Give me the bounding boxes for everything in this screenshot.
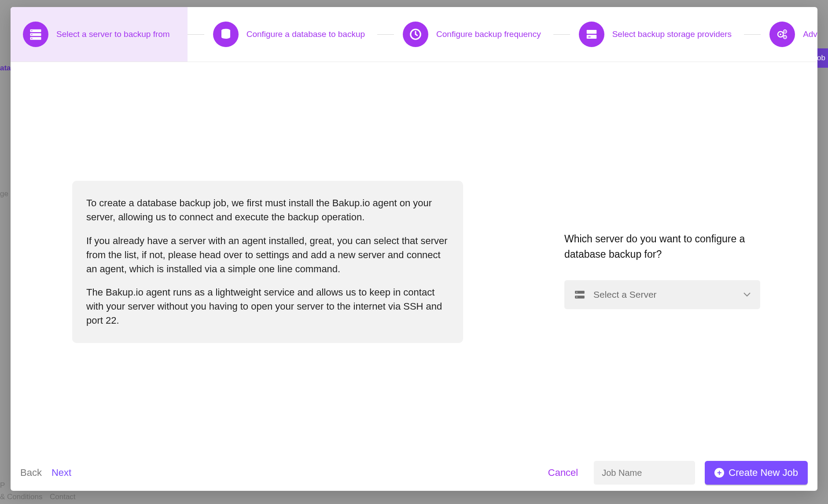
info-paragraph: If you already have a server with an age… (86, 234, 449, 276)
server-icon (574, 289, 585, 300)
step-connector (553, 34, 570, 35)
create-new-job-button[interactable]: + Create New Job (705, 461, 808, 485)
wizard-stepper: Select a server to backup from Configure… (11, 7, 817, 62)
gears-icon (769, 22, 795, 47)
bg-text: & Conditions (0, 493, 42, 501)
svg-rect-9 (586, 35, 596, 39)
plus-circle-icon: + (714, 468, 724, 478)
clock-icon (403, 22, 428, 47)
bg-text: P (0, 481, 5, 490)
svg-rect-17 (575, 291, 585, 294)
server-select-prompt: Which server do you want to configure a … (564, 231, 749, 262)
svg-point-3 (31, 30, 32, 31)
svg-rect-18 (575, 296, 585, 299)
create-button-label: Create New Job (729, 467, 798, 478)
svg-point-16 (784, 37, 786, 38)
bg-text: ge (0, 190, 8, 198)
wizard-footer: Back Next Cancel + Create New Job (11, 455, 817, 491)
select-placeholder: Select a Server (593, 289, 736, 300)
step-advanced-config[interactable]: Advanced Configuration (761, 7, 817, 62)
svg-rect-10 (588, 37, 590, 37)
cancel-button[interactable]: Cancel (548, 467, 578, 478)
next-button[interactable]: Next (52, 467, 71, 478)
svg-point-19 (576, 292, 577, 293)
wizard-content: To create a database backup job, we firs… (11, 62, 817, 455)
job-name-input[interactable] (594, 461, 695, 485)
step-storage-providers[interactable]: Select backup storage providers (570, 7, 744, 62)
svg-rect-8 (586, 30, 596, 34)
bg-text: ata (0, 64, 11, 73)
chevron-down-icon (743, 292, 751, 297)
step-connector (377, 34, 394, 35)
step-configure-database[interactable]: Configure a database to backup (204, 7, 377, 62)
step-label: Configure backup frequency (436, 29, 541, 39)
step-connector (188, 34, 204, 35)
svg-point-4 (31, 34, 32, 35)
step-backup-frequency[interactable]: Configure backup frequency (394, 7, 553, 62)
bg-text: Contact (50, 493, 76, 501)
svg-point-14 (784, 31, 786, 33)
step-connector (744, 34, 761, 35)
back-button[interactable]: Back (20, 467, 42, 478)
info-paragraph: To create a database backup job, we firs… (86, 196, 449, 224)
server-select-dropdown[interactable]: Select a Server (564, 280, 760, 309)
svg-point-5 (31, 38, 32, 39)
step-label: Configure a database to backup (247, 29, 365, 39)
info-panel: To create a database backup job, we firs… (72, 181, 463, 343)
wizard-modal: Select a server to backup from Configure… (11, 7, 817, 491)
info-paragraph: The Bakup.io agent runs as a lightweight… (86, 285, 449, 328)
step-label: Select backup storage providers (612, 29, 732, 39)
step-label: Advanced Configuration (803, 29, 817, 39)
form-panel: Which server do you want to configure a … (564, 181, 765, 309)
step-label: Select a server to backup from (56, 29, 170, 39)
storage-icon (579, 22, 604, 47)
server-icon (23, 22, 48, 47)
svg-point-20 (576, 296, 577, 297)
database-icon (213, 22, 239, 47)
step-select-server[interactable]: Select a server to backup from (11, 7, 188, 62)
svg-point-12 (780, 33, 782, 35)
